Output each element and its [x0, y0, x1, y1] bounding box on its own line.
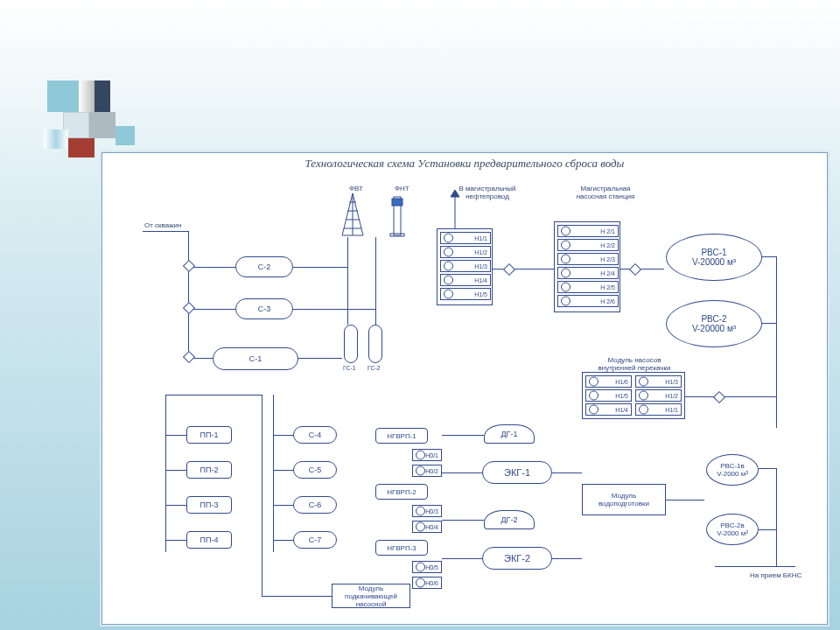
pump-n2-5: Н 2/5 — [557, 281, 619, 293]
tank-rvs2-vol: V-20000 м³ — [667, 324, 761, 333]
valve-icon — [183, 351, 195, 363]
tank-rvs1b-vol: V-2000 м³ — [707, 470, 758, 478]
ngvrp-2: НГВРП-2 — [375, 484, 428, 500]
separator-c6: С-6 — [293, 496, 337, 514]
booster-pump-module: Модуль подкачивающей насосной — [332, 584, 410, 608]
tank-rvs1b: РВС-1в V-2000 м³ — [706, 454, 759, 486]
tank-rvs1-vol: V-20000 м³ — [667, 257, 761, 267]
svg-rect-1 — [392, 199, 402, 206]
pump-n1-2: Н1/2 — [440, 246, 491, 258]
pump-n1-4: Н1/4 — [440, 274, 491, 286]
valve-icon — [713, 391, 725, 403]
dg-1: ДГ-1 — [484, 424, 535, 444]
n0-3: Н0/3 — [412, 505, 442, 517]
tank-rvs2-name: РВС-2 — [667, 314, 761, 324]
main-pump-station: Н 2/1 Н 2/2 Н 2/3 Н 2/4 Н 2/5 Н 2/6 — [554, 221, 620, 312]
pp-3: ПП-3 — [186, 496, 232, 514]
pp-2: ПП-2 — [186, 461, 232, 479]
pump-n1-3: Н1/3 — [440, 260, 491, 272]
n0-1: Н0/1 — [412, 449, 442, 461]
gas-sep-2 — [368, 325, 382, 363]
internal-pump-module: Н1/6 Н1/3 Н1/5 Н1/2 Н1/4 Н1/1 — [582, 372, 685, 419]
label-to-bkns: На прием БКНС — [750, 571, 802, 579]
valve-icon — [629, 263, 641, 276]
ipump-5: Н1/1 — [635, 403, 682, 416]
tank-rvs1b-name: РВС-1в — [707, 462, 758, 470]
ekg-2: ЭКГ-2 — [482, 547, 552, 570]
pump-n1-1: Н1/1 — [440, 232, 491, 244]
tank-rvs2b: РВС-2в V-2000 м³ — [706, 514, 759, 545]
separator-c3: С-3 — [235, 298, 293, 319]
separator-c5: С-5 — [293, 461, 337, 479]
flare-stack-fnt — [388, 193, 407, 241]
label-fvt: ФВТ — [349, 185, 363, 192]
n0-2: Н0/2 — [412, 465, 442, 477]
tank-rvs2: РВС-2 V-20000 м³ — [666, 300, 762, 347]
label-to-pipeline: В магистральный нефтепровод — [452, 185, 522, 200]
ipump-1: Н1/5 — [585, 389, 632, 402]
label-gs1: ГС-1 — [343, 365, 356, 371]
diagram-canvas: От скважин ФВТ ФНТ В магистральный нефте… — [102, 172, 827, 619]
label-internal-module: Модуль насосов внутренней перекачки — [591, 356, 678, 372]
logo-blocks — [42, 80, 147, 159]
pump-n2-6: Н 2/6 — [557, 295, 619, 307]
pump-n2-3: Н 2/3 — [557, 253, 619, 265]
ipump-4: Н1/2 — [635, 389, 682, 402]
label-pump-station: Магистральная насосная станция — [566, 185, 645, 200]
diagram-sheet: Технологическая схема Установки предвари… — [102, 152, 828, 625]
pump-n2-1: Н 2/1 — [557, 225, 619, 237]
label-from-wells: От скважин — [144, 221, 181, 229]
ngvrp-3: НГВРП-3 — [375, 540, 428, 556]
valve-icon — [503, 263, 515, 276]
pump-stack-n1: Н1/1 Н1/2 Н1/3 Н1/4 Н1/5 — [437, 228, 493, 305]
tank-rvs1: РВС-1 V-20000 м³ — [666, 234, 762, 281]
dg-2: ДГ-2 — [484, 510, 535, 529]
valve-icon — [183, 302, 195, 314]
ipump-2: Н1/4 — [585, 403, 632, 416]
ekg-1: ЭКГ-1 — [482, 461, 552, 484]
separator-c4: С-4 — [293, 426, 337, 444]
n0-5: Н0/5 — [412, 561, 442, 573]
pump-n2-2: Н 2/2 — [557, 239, 619, 251]
tank-rvs2b-vol: V-2000 м³ — [707, 529, 758, 537]
water-prep-module: Модуль водоподготовки — [582, 484, 666, 515]
ipump-3: Н1/3 — [635, 375, 682, 388]
label-fnt: ФНТ — [395, 185, 410, 192]
diagram-title: Технологическая схема Установки предвари… — [102, 153, 827, 172]
pump-n2-4: Н 2/4 — [557, 267, 619, 279]
tank-rvs2b-name: РВС-2в — [707, 522, 758, 529]
gas-sep-1 — [344, 325, 358, 363]
separator-c1: С-1 — [213, 347, 298, 370]
flare-tower-fvt — [340, 193, 365, 241]
label-gs2: ГС-2 — [368, 365, 381, 371]
pp-1: ПП-1 — [186, 426, 232, 444]
n0-6: Н0/6 — [412, 577, 442, 589]
ipump-0: Н1/6 — [585, 375, 632, 388]
pp-4: ПП-4 — [186, 531, 232, 549]
tank-rvs1-name: РВС-1 — [667, 248, 761, 257]
separator-c2: С-2 — [235, 256, 293, 277]
ngvrp-1: НГВРП-1 — [375, 428, 428, 444]
pump-n1-5: Н1/5 — [440, 288, 491, 300]
separator-c7: С-7 — [293, 531, 337, 549]
n0-4: Н0/4 — [412, 521, 442, 533]
valve-icon — [183, 260, 195, 272]
